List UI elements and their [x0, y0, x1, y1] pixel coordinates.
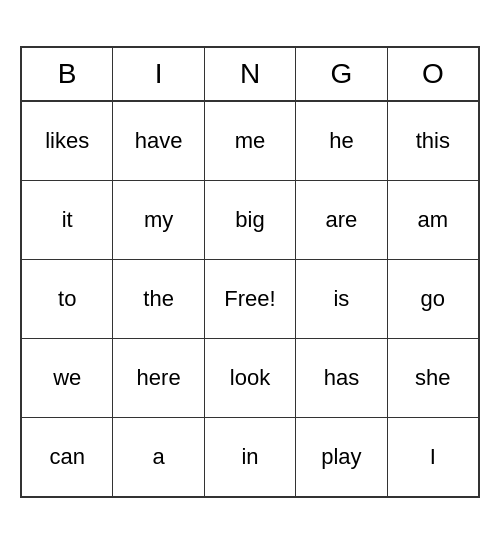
- bingo-row-3: totheFree!isgo: [22, 260, 478, 339]
- header-i: I: [113, 48, 204, 100]
- bingo-cell-5-4: play: [296, 418, 387, 496]
- bingo-cell-1-2: have: [113, 102, 204, 180]
- header-o: O: [388, 48, 478, 100]
- bingo-row-1: likeshavemehethis: [22, 102, 478, 181]
- header-g: G: [296, 48, 387, 100]
- bingo-cell-2-2: my: [113, 181, 204, 259]
- header-n: N: [205, 48, 296, 100]
- bingo-header: BINGO: [22, 48, 478, 102]
- bingo-cell-3-3: Free!: [205, 260, 296, 338]
- bingo-row-4: weherelookhasshe: [22, 339, 478, 418]
- bingo-cell-3-5: go: [388, 260, 478, 338]
- header-b: B: [22, 48, 113, 100]
- bingo-cell-4-3: look: [205, 339, 296, 417]
- bingo-cell-4-1: we: [22, 339, 113, 417]
- bingo-cell-2-4: are: [296, 181, 387, 259]
- bingo-board: BINGO likeshavemehethisitmybigareamtothe…: [20, 46, 480, 498]
- bingo-cell-2-5: am: [388, 181, 478, 259]
- bingo-cell-4-2: here: [113, 339, 204, 417]
- bingo-cell-5-3: in: [205, 418, 296, 496]
- bingo-cell-1-4: he: [296, 102, 387, 180]
- bingo-row-5: canainplayI: [22, 418, 478, 496]
- bingo-cell-1-3: me: [205, 102, 296, 180]
- bingo-cell-3-2: the: [113, 260, 204, 338]
- bingo-cell-5-2: a: [113, 418, 204, 496]
- bingo-row-2: itmybigaream: [22, 181, 478, 260]
- bingo-cell-5-1: can: [22, 418, 113, 496]
- bingo-cell-3-1: to: [22, 260, 113, 338]
- bingo-grid: likeshavemehethisitmybigareamtotheFree!i…: [22, 102, 478, 496]
- bingo-cell-2-1: it: [22, 181, 113, 259]
- bingo-cell-3-4: is: [296, 260, 387, 338]
- bingo-cell-2-3: big: [205, 181, 296, 259]
- bingo-cell-1-5: this: [388, 102, 478, 180]
- bingo-cell-4-4: has: [296, 339, 387, 417]
- bingo-cell-5-5: I: [388, 418, 478, 496]
- bingo-cell-1-1: likes: [22, 102, 113, 180]
- bingo-cell-4-5: she: [388, 339, 478, 417]
